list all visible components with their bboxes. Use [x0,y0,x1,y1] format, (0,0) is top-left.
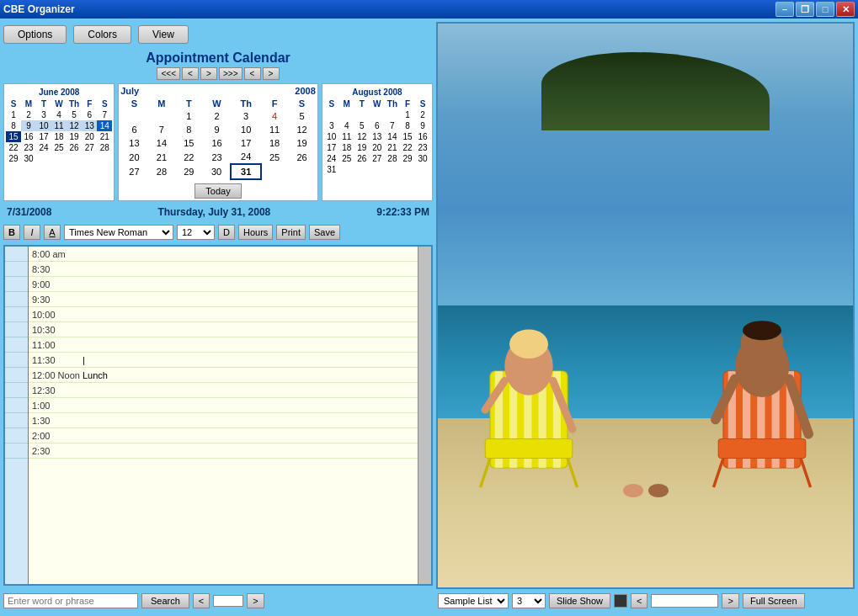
august-cal-cell[interactable]: 31 [324,164,339,175]
august-cal-cell[interactable]: 26 [354,153,370,164]
august-cal-cell[interactable]: 10 [324,131,339,142]
july-cal-cell[interactable]: 24 [231,150,260,164]
june-cal-cell[interactable]: 7 [97,109,112,120]
appointment-list[interactable]: 8:00 am8:309:009:3010:0010:3011:0011:30 … [29,247,418,584]
july-cal-cell[interactable]: 25 [261,150,288,164]
july-cal-cell[interactable]: 7 [148,123,175,136]
appointment-row[interactable]: 8:30 [29,262,418,277]
minimize-button[interactable]: – [775,2,794,17]
june-cal-cell[interactable]: 24 [36,142,51,153]
august-cal-cell[interactable]: 17 [324,142,339,153]
nav-next-month[interactable]: > [263,67,280,80]
june-cal-cell[interactable]: 13 [82,120,97,131]
appointment-row[interactable]: 10:30 [29,322,418,337]
sample-list-select[interactable]: Sample List [438,593,509,608]
june-cal-cell[interactable]: 27 [82,142,97,153]
appointment-row[interactable]: 9:00 [29,277,418,292]
june-cal-cell[interactable]: 3 [36,109,51,120]
june-cal-cell[interactable]: 16 [21,131,36,142]
today-button[interactable]: Today [195,183,241,199]
july-cal-cell[interactable]: 22 [175,150,202,164]
june-cal-cell[interactable]: 1 [6,109,21,120]
june-cal-cell[interactable]: 14 [97,120,112,131]
june-cal-cell[interactable]: 15 [6,131,21,142]
maximize-button[interactable]: □ [816,2,834,17]
june-cal-cell[interactable]: 26 [67,142,82,153]
june-cal-cell[interactable]: 9 [21,120,36,131]
view-button[interactable]: View [138,25,189,44]
july-cal-cell[interactable]: 12 [288,123,315,136]
size-select[interactable]: 12 10 14 [177,225,215,240]
august-cal-cell[interactable]: 4 [339,120,354,131]
nav-forward[interactable]: > [200,67,217,80]
july-cal-cell[interactable]: 26 [288,150,315,164]
options-button[interactable]: Options [3,25,67,44]
appointment-row[interactable]: 2:00 [29,428,418,443]
appointment-row[interactable]: 10:00 [29,307,418,322]
august-cal-cell[interactable]: 3 [324,120,339,131]
august-cal-cell[interactable]: 2 [415,109,430,120]
august-cal-cell[interactable]: 12 [354,131,370,142]
stop-button[interactable] [614,594,627,608]
august-cal-cell[interactable]: 19 [354,142,370,153]
august-cal-cell[interactable]: 7 [385,120,400,131]
close-button[interactable]: ✕ [836,2,855,17]
august-cal-cell[interactable]: 29 [400,153,415,164]
june-cal-cell[interactable]: 19 [67,131,82,142]
june-cal-cell[interactable]: 4 [51,109,67,120]
july-cal-cell[interactable]: 17 [231,136,260,150]
august-cal-cell[interactable]: 15 [400,131,415,142]
july-cal-cell[interactable]: 23 [203,150,232,164]
appointment-row[interactable]: 1:30 [29,413,418,428]
italic-button[interactable]: I [24,225,40,240]
june-cal-cell[interactable]: 23 [21,142,36,153]
appointment-row[interactable]: 11:00 [29,337,418,353]
july-cal-cell[interactable]: 16 [203,136,232,150]
august-cal-cell[interactable]: 27 [370,153,385,164]
search-input[interactable] [3,593,138,608]
appointment-row[interactable]: 12:00 Noon Lunch [29,368,418,383]
july-cal-cell[interactable]: 3 [231,109,260,123]
search-button[interactable]: Search [141,593,189,608]
bold-button[interactable]: B [3,225,20,240]
june-cal-cell[interactable]: 2 [21,109,36,120]
july-cal-cell[interactable]: 15 [175,136,202,150]
slideshow-button[interactable]: Slide Show [549,593,610,608]
july-cal-cell[interactable]: 21 [148,150,175,164]
appointment-row[interactable]: 8:00 am [29,247,418,262]
july-cal-cell[interactable]: 4 [261,109,288,123]
july-cal-cell[interactable]: 28 [148,164,175,179]
save-button[interactable]: Save [309,225,340,240]
june-cal-cell[interactable]: 17 [36,131,51,142]
june-cal-cell[interactable]: 20 [82,131,97,142]
august-cal-cell[interactable]: 30 [415,153,430,164]
august-cal-cell[interactable]: 11 [339,131,354,142]
july-cal-cell[interactable]: 14 [148,136,175,150]
nav-back[interactable]: < [182,67,199,80]
page-number-input[interactable] [213,595,243,607]
august-cal-cell[interactable]: 8 [400,120,415,131]
august-cal-cell[interactable]: 13 [370,131,385,142]
july-cal-cell[interactable]: 29 [175,164,202,179]
june-cal-cell[interactable]: 22 [6,142,21,153]
scroll-bar[interactable] [418,247,431,584]
fullscreen-button[interactable]: Full Screen [743,593,805,608]
july-cal-cell[interactable]: 19 [288,136,315,150]
june-cal-cell[interactable]: 18 [51,131,67,142]
nav-forward-far[interactable]: >>> [219,67,242,80]
august-cal-cell[interactable]: 23 [415,142,430,153]
july-cal-cell[interactable]: 30 [203,164,232,179]
appointment-row[interactable]: 1:00 [29,398,418,413]
july-cal-cell[interactable]: 27 [120,164,147,179]
august-cal-cell[interactable]: 25 [339,153,354,164]
photo-filename-input[interactable]: Sample10.j [651,594,718,608]
august-cal-cell[interactable]: 5 [354,120,370,131]
underline-button[interactable]: A [44,225,61,240]
june-cal-cell[interactable]: 8 [6,120,21,131]
june-cal-cell[interactable]: 6 [82,109,97,120]
prev-page-button[interactable]: < [193,593,210,608]
july-cal-cell[interactable]: 1 [175,109,202,123]
june-cal-cell[interactable]: 12 [67,120,82,131]
june-cal-cell[interactable]: 10 [36,120,51,131]
august-cal-cell[interactable]: 9 [415,120,430,131]
